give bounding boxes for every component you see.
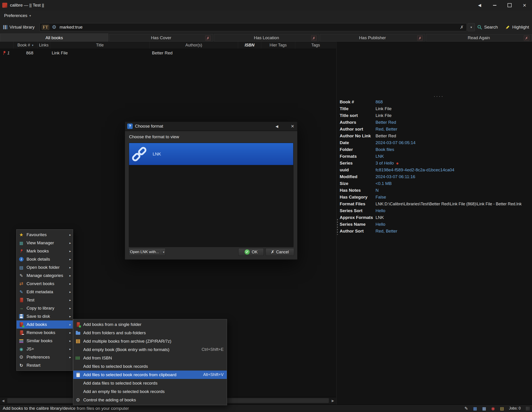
menu-item-convert-books[interactable]: ⇄Convert books▸ <box>17 280 73 288</box>
cell-book-number[interactable]: 868 <box>14 50 38 56</box>
search-options-gear-icon[interactable]: ⚙ <box>52 24 57 30</box>
detail-value-link[interactable]: Book files <box>376 147 394 152</box>
menu-item-similar-books[interactable]: Similar books▸ <box>17 337 73 345</box>
cell-links[interactable] <box>38 50 50 56</box>
menu-item-restart[interactable]: ↻Restart <box>17 361 73 369</box>
menu-item-save-to-disk[interactable]: Save to disk▸ <box>17 312 73 320</box>
detail-value-link[interactable]: 3 of Hello <box>376 161 399 166</box>
sort-indicator-icon: ▾ <box>32 44 34 47</box>
detail-value-link[interactable]: 2024-03-07 06:11:16 <box>376 174 415 179</box>
submenu-item-add-from-archive[interactable]: Add multiple books from archive (ZIP/RAR… <box>73 337 227 345</box>
tab-has-location[interactable]: Has Location✗ <box>214 34 319 41</box>
menu-item-mark-books[interactable]: Mark books▸ <box>17 247 73 255</box>
column-links[interactable]: Links <box>38 42 50 49</box>
maximize-button[interactable] <box>502 0 517 10</box>
close-button[interactable]: × <box>517 0 532 10</box>
format-item-lnk[interactable]: LNK <box>129 143 293 165</box>
column-isbn[interactable]: ISBN <box>238 42 261 49</box>
submenu-arrow-icon: ▸ <box>69 339 71 343</box>
format-list[interactable]: LNK <box>129 143 294 247</box>
submenu-item-add-files-from-clipboard[interactable]: Add files to selected book records from … <box>73 371 227 379</box>
column-title[interactable]: Title <box>50 42 150 49</box>
layout-cover-grid-icon[interactable]: ▦ <box>473 406 477 411</box>
highlight-button[interactable]: Highlight <box>505 21 529 34</box>
table-row[interactable]: 1 868 Link File Better Red <box>0 50 336 56</box>
tab-all-books[interactable]: All books <box>0 34 108 42</box>
cell-authors[interactable]: Better Red <box>150 50 238 56</box>
column-tags[interactable]: Tags <box>295 42 336 49</box>
menu-item-add-books[interactable]: Add books▸ <box>17 320 73 329</box>
submenu-item-add-empty-file[interactable]: Add an empty file to selected book recor… <box>73 387 227 396</box>
menu-item-copy-to-library[interactable]: →Copy to library▸ <box>17 304 73 312</box>
detail-value-link[interactable]: Better Red <box>376 120 396 125</box>
open-with-button[interactable]: Open LNK with... ▾ <box>129 248 166 256</box>
scroll-right-icon[interactable]: ▶ <box>330 399 336 403</box>
search-input[interactable] <box>59 25 460 30</box>
submenu-item-add-folders-subfolders[interactable]: Add from folders and sub-folders <box>73 329 227 337</box>
detail-value-link[interactable]: Hello <box>376 222 385 227</box>
tab-close-icon[interactable]: ✗ <box>524 35 529 41</box>
collapse-panel-button[interactable]: ◀ <box>472 0 487 10</box>
menu-item-manage-categories[interactable]: ✎Manage categories▸ <box>17 272 73 280</box>
menu-item-book-details[interactable]: iBook details▸ <box>17 255 73 263</box>
detail-value-link[interactable]: Red, Better <box>376 127 397 132</box>
detail-value-link[interactable]: 2024-03-07 06:05:14 <box>376 140 415 145</box>
layout-cover-browser-icon[interactable]: ◉ <box>491 406 495 411</box>
book-details-panel: ···· Book #868 TitleLink File Title sort… <box>336 42 532 404</box>
virtual-library-button[interactable]: Virtual library <box>3 21 35 34</box>
vertical-splitter-icon[interactable] <box>337 218 338 235</box>
layout-book-details-icon[interactable]: ▤ <box>500 406 504 411</box>
column-book-number[interactable]: Book #▾ <box>14 42 38 49</box>
submenu-item-add-files-to-records[interactable]: Add files to selected book records <box>73 362 227 371</box>
submenu-item-add-single-folder[interactable]: Add books from a single folder <box>73 320 227 329</box>
tab-has-publisher[interactable]: Has Publisher✗ <box>320 34 425 41</box>
menu-item-remove-books[interactable]: Remove books▸ <box>17 329 73 337</box>
submenu-arrow-icon: ▸ <box>69 306 71 310</box>
jobs-indicator[interactable]: Jobs: 0 <box>509 406 521 410</box>
tab-close-icon[interactable]: ✗ <box>417 35 423 41</box>
dialog-title: Choose format <box>135 124 163 129</box>
menu-item-preferences[interactable]: ⚙Preferences▸ <box>17 353 73 361</box>
clear-search-icon[interactable]: ✗ <box>460 25 464 30</box>
cancel-button[interactable]: ✗ Cancel <box>266 248 294 256</box>
column-hier-tags[interactable]: Hier Tags <box>261 42 295 49</box>
layout-tweak-icon[interactable]: ✎ <box>465 406 468 411</box>
detail-value-link[interactable]: N <box>376 188 379 193</box>
submenu-item-add-from-isbn[interactable]: Add from ISBN <box>73 354 227 362</box>
menu-item-edit-metadata[interactable]: ✎Edit metadata▸ <box>17 288 73 296</box>
ok-button[interactable]: ✓ OK <box>238 248 264 256</box>
detail-value-link[interactable]: 868 <box>376 100 383 104</box>
tab-close-icon[interactable]: ✗ <box>311 35 317 41</box>
detail-value-link[interactable]: LNK <box>376 154 384 159</box>
menu-item-view-manager[interactable]: ▦View Manager▸ <box>17 239 73 247</box>
search-box[interactable]: FT ⚙ ✗ <box>40 23 467 31</box>
scroll-left-icon[interactable]: ◀ <box>0 399 6 403</box>
tab-has-cover[interactable]: Has Cover✗ <box>109 34 213 41</box>
column-authors[interactable]: Author(s) <box>150 42 238 49</box>
detail-value-link[interactable]: Red, Better <box>376 229 397 234</box>
submenu-item-add-empty-book[interactable]: Add empty book (Book entry with no forma… <box>73 345 227 354</box>
menu-preferences[interactable]: Preferences ▾ <box>4 13 31 18</box>
detail-value-link[interactable]: <0.1 MB <box>376 181 392 186</box>
detail-value-link[interactable]: Hello <box>376 208 385 213</box>
dialog-close-icon[interactable]: × <box>291 123 294 129</box>
menu-item-open-book-folder[interactable]: ▤Open book folder▸ <box>17 263 73 272</box>
tab-read-again[interactable]: Read Again✗ <box>426 34 532 41</box>
search-button[interactable]: Search <box>477 21 498 34</box>
submenu-item-add-data-files[interactable]: Add data files to selected book records <box>73 379 227 387</box>
search-history-dropdown[interactable]: ▾ <box>468 23 475 31</box>
dialog-back-icon[interactable]: ◀ <box>276 124 278 129</box>
minimize-button[interactable] <box>487 0 502 10</box>
detail-value-link[interactable]: fc8198e4-f589-4ed2-8c2a-d1bcec14ca04 <box>376 168 455 172</box>
detail-value-link[interactable]: False <box>376 195 386 200</box>
layout-tag-browser-icon[interactable]: ▦ <box>482 406 486 411</box>
submenu-item-control-adding[interactable]: ⚙Control the adding of books <box>73 396 227 404</box>
menu-item-js-plus[interactable]: ◉JS+▸ <box>17 345 73 353</box>
fulltext-search-icon[interactable]: FT <box>42 25 49 30</box>
menu-item-favourites[interactable]: ★Favourites▸ <box>17 231 73 239</box>
menu-item-test[interactable]: Test▸ <box>17 296 73 304</box>
detail-row: Modified2024-03-07 06:11:16 <box>340 173 531 180</box>
tab-close-icon[interactable]: ✗ <box>205 35 211 41</box>
cell-title[interactable]: Link File <box>50 50 150 56</box>
resize-grip-icon[interactable] <box>526 407 529 410</box>
